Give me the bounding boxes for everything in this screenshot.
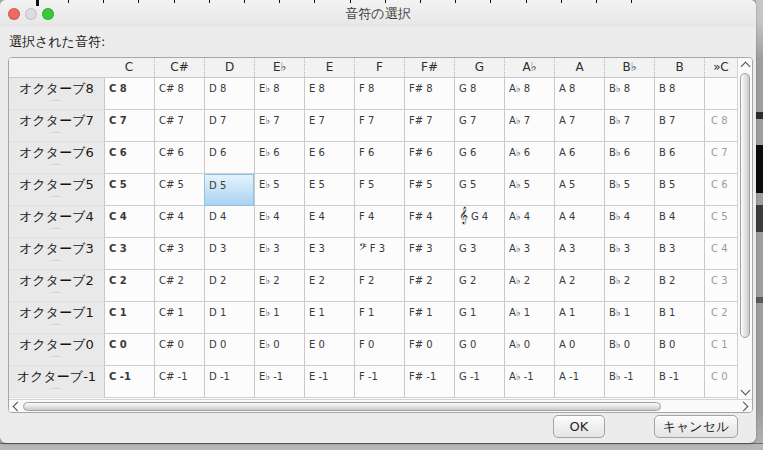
note-cell-c3-next-octave[interactable]: C 3 [704, 270, 737, 302]
note-cell-d2[interactable]: D 2 [204, 270, 254, 302]
note-cell-a8[interactable]: A 8 [554, 78, 604, 110]
note-cell-g-1[interactable]: G -1 [454, 366, 504, 398]
note-cell-fsharp-1[interactable]: F# -1 [404, 366, 454, 398]
scroll-down-button[interactable] [739, 386, 751, 398]
note-cell-c8-next-octave[interactable]: C 8 [704, 110, 737, 142]
note-cell-bflat5[interactable]: B♭ 5 [604, 174, 654, 206]
note-cell-d3[interactable]: D 3 [204, 238, 254, 270]
note-cell-d5-selected[interactable]: D 5 [204, 174, 254, 206]
note-cell-b7[interactable]: B 7 [654, 110, 704, 142]
column-header-b[interactable]: B [654, 58, 704, 77]
note-cell-aflat4[interactable]: A♭ 4 [504, 206, 554, 238]
row-header-octave1[interactable]: オクターブ1⋯ [9, 302, 104, 334]
note-cell-e3[interactable]: E 3 [304, 238, 354, 270]
note-cell-c5-next-octave[interactable]: C 5 [704, 206, 737, 238]
note-cell-e0[interactable]: E 0 [304, 334, 354, 366]
note-cell-a6[interactable]: A 6 [554, 142, 604, 174]
note-cell-eflat4[interactable]: E♭ 4 [254, 206, 304, 238]
scroll-right-button[interactable] [739, 400, 751, 412]
note-cell-f7[interactable]: F 7 [354, 110, 404, 142]
column-header-e[interactable]: E [304, 58, 354, 77]
row-header-octave8[interactable]: オクターブ8⋯ [9, 78, 104, 110]
note-cell-g4[interactable]: 𝄞G 4 [454, 206, 504, 238]
note-cell-d6[interactable]: D 6 [204, 142, 254, 174]
note-cell-aflat3[interactable]: A♭ 3 [504, 238, 554, 270]
note-cell-g3[interactable]: G 3 [454, 238, 504, 270]
row-header-octave6[interactable]: オクターブ6⋯ [9, 142, 104, 174]
note-cell-f5[interactable]: F 5 [354, 174, 404, 206]
note-cell-f2[interactable]: F 2 [354, 270, 404, 302]
scroll-left-button[interactable] [10, 400, 22, 412]
cancel-button[interactable]: キャンセル [654, 415, 738, 438]
note-cell-a0[interactable]: A 0 [554, 334, 604, 366]
note-cell-csharp5[interactable]: C# 5 [154, 174, 204, 206]
note-cell-d0[interactable]: D 0 [204, 334, 254, 366]
note-cell-c6-next-octave[interactable]: C 6 [704, 174, 737, 206]
note-cell-fsharp8[interactable]: F# 8 [404, 78, 454, 110]
row-header-octave2[interactable]: オクターブ2⋯ [9, 270, 104, 302]
note-cell-g2[interactable]: G 2 [454, 270, 504, 302]
note-cell-g7[interactable]: G 7 [454, 110, 504, 142]
note-cell-eflat3[interactable]: E♭ 3 [254, 238, 304, 270]
column-header-eflat[interactable]: E♭ [254, 58, 304, 77]
note-cell-csharp-1[interactable]: C# -1 [154, 366, 204, 398]
note-cell-e5[interactable]: E 5 [304, 174, 354, 206]
note-cell-c8[interactable]: C 8 [104, 78, 154, 110]
note-cell-a2[interactable]: A 2 [554, 270, 604, 302]
note-cell-fsharp7[interactable]: F# 7 [404, 110, 454, 142]
note-cell-f6[interactable]: F 6 [354, 142, 404, 174]
note-cell-a4[interactable]: A 4 [554, 206, 604, 238]
note-cell-g8[interactable]: G 8 [454, 78, 504, 110]
note-cell-d4[interactable]: D 4 [204, 206, 254, 238]
note-cell-c4-next-octave[interactable]: C 4 [704, 238, 737, 270]
vertical-scrollbar-thumb[interactable] [740, 73, 750, 338]
note-cell-bflat1[interactable]: B♭ 1 [604, 302, 654, 334]
note-cell-g0[interactable]: G 0 [454, 334, 504, 366]
note-cell-c4[interactable]: C 4 [104, 206, 154, 238]
note-cell-f0[interactable]: F 0 [354, 334, 404, 366]
note-cell-eflat2[interactable]: E♭ 2 [254, 270, 304, 302]
note-cell-g1[interactable]: G 1 [454, 302, 504, 334]
note-cell-g6[interactable]: G 6 [454, 142, 504, 174]
note-cell-bflat-1[interactable]: B♭ -1 [604, 366, 654, 398]
note-cell-csharp6[interactable]: C# 6 [154, 142, 204, 174]
note-cell-c7-next-octave[interactable]: C 7 [704, 142, 737, 174]
column-header-aflat[interactable]: A♭ [504, 58, 554, 77]
note-cell-fsharp3[interactable]: F# 3 [404, 238, 454, 270]
note-cell-aflat5[interactable]: A♭ 5 [504, 174, 554, 206]
note-cell-d7[interactable]: D 7 [204, 110, 254, 142]
note-cell-c2[interactable]: C 2 [104, 270, 154, 302]
note-cell-f4[interactable]: F 4 [354, 206, 404, 238]
note-cell-f8[interactable]: F 8 [354, 78, 404, 110]
note-cell-csharp7[interactable]: C# 7 [154, 110, 204, 142]
note-cell-bflat0[interactable]: B♭ 0 [604, 334, 654, 366]
note-cell-csharp4[interactable]: C# 4 [154, 206, 204, 238]
note-cell-b3[interactable]: B 3 [654, 238, 704, 270]
note-cell-c1-next-octave[interactable]: C 1 [704, 334, 737, 366]
note-cell-b5[interactable]: B 5 [654, 174, 704, 206]
note-cell-c1[interactable]: C 1 [104, 302, 154, 334]
horizontal-scrollbar[interactable] [9, 399, 752, 412]
note-cell-e7[interactable]: E 7 [304, 110, 354, 142]
note-cell-aflat6[interactable]: A♭ 6 [504, 142, 554, 174]
note-cell-bflat4[interactable]: B♭ 4 [604, 206, 654, 238]
note-cell-b8[interactable]: B 8 [654, 78, 704, 110]
note-cell-f3[interactable]: 𝄢F 3 [354, 238, 404, 270]
note-cell-csharp0[interactable]: C# 0 [154, 334, 204, 366]
note-cell-c7[interactable]: C 7 [104, 110, 154, 142]
column-header-csharp[interactable]: C# [154, 58, 204, 77]
note-cell-a5[interactable]: A 5 [554, 174, 604, 206]
row-header-octave7[interactable]: オクターブ7⋯ [9, 110, 104, 142]
note-cell-d8[interactable]: D 8 [204, 78, 254, 110]
note-cell-fsharp2[interactable]: F# 2 [404, 270, 454, 302]
scroll-up-button[interactable] [739, 59, 751, 71]
note-cell-aflat-1[interactable]: A♭ -1 [504, 366, 554, 398]
note-cell-eflat0[interactable]: E♭ 0 [254, 334, 304, 366]
note-cell-aflat2[interactable]: A♭ 2 [504, 270, 554, 302]
note-cell-e2[interactable]: E 2 [304, 270, 354, 302]
note-cell-a3[interactable]: A 3 [554, 238, 604, 270]
note-cell-eflat1[interactable]: E♭ 1 [254, 302, 304, 334]
column-header-d[interactable]: D [204, 58, 254, 77]
note-cell-b-1[interactable]: B -1 [654, 366, 704, 398]
note-cell-e1[interactable]: E 1 [304, 302, 354, 334]
